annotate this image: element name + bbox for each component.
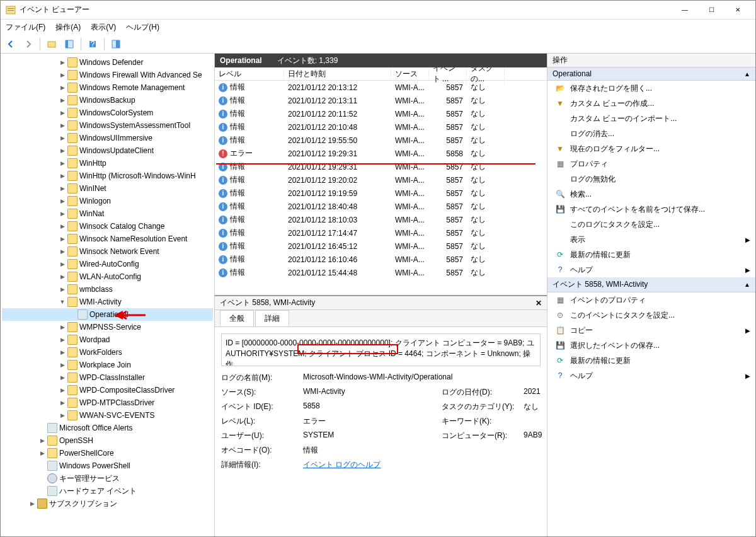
tree-item[interactable]: ▶WindowsColorSystem xyxy=(2,107,213,119)
chevron-icon[interactable]: ▶ xyxy=(57,286,67,292)
tree-item[interactable]: ▶Winsock NameResolution Event xyxy=(2,233,213,245)
tree-item[interactable]: ▶Windows Defender xyxy=(2,56,213,69)
action-item[interactable]: ▼カスタム ビューの作成... xyxy=(547,96,755,111)
menu-view[interactable]: 表示(V) xyxy=(91,22,116,33)
event-row[interactable]: i情報2021/01/12 16:45:12WMI-A...5857なし xyxy=(215,240,547,253)
action-item[interactable]: 🔍検索... xyxy=(547,187,755,202)
action-button[interactable] xyxy=(108,37,123,52)
action-item[interactable]: ?ヘルプ▶ xyxy=(547,262,755,277)
tree-item[interactable]: ▶WindowsUpdateClient xyxy=(2,144,213,157)
chevron-icon[interactable]: ▶ xyxy=(37,437,47,444)
chevron-icon[interactable]: ▶ xyxy=(57,337,67,343)
chevron-icon[interactable]: ▶ xyxy=(57,324,67,330)
event-row[interactable]: i情報2021/01/12 19:20:02WMI-A...5857なし xyxy=(215,173,547,187)
chevron-icon[interactable]: ▶ xyxy=(57,185,67,192)
event-row[interactable]: i情報2021/01/12 18:10:03WMI-A...5857なし xyxy=(215,213,547,226)
event-row[interactable]: i情報2021/01/12 20:13:11WMI-A...5857なし xyxy=(215,94,547,107)
tree-item[interactable]: ▶Windows Remote Management xyxy=(2,81,213,94)
chevron-icon[interactable]: ▶ xyxy=(57,211,67,217)
tree-item[interactable]: ▶WorkFolders xyxy=(2,346,213,359)
tab-detail[interactable]: 詳細 xyxy=(255,310,289,326)
event-row[interactable]: i情報2021/01/12 19:55:50WMI-A...5857なし xyxy=(215,134,547,147)
action-item[interactable]: ⟳最新の情報に更新 xyxy=(547,247,755,262)
action-item[interactable]: 💾すべてのイベントを名前をつけて保存... xyxy=(547,202,755,217)
tree-item[interactable]: ▶WMPNSS-Service xyxy=(2,321,213,333)
tree-item[interactable]: ▶WPD-ClassInstaller xyxy=(2,371,213,384)
event-row[interactable]: i情報2021/01/12 17:14:47WMI-A...5857なし xyxy=(215,226,547,240)
chevron-icon[interactable]: ▶ xyxy=(57,97,67,103)
action-item[interactable]: ?ヘルプ▶ xyxy=(547,368,755,383)
tree-item[interactable]: ▶OpenSSH xyxy=(2,434,213,447)
tree-item[interactable]: ▶Wired-AutoConfig xyxy=(2,258,213,270)
tree-item[interactable]: ハードウェア イベント xyxy=(2,485,213,497)
chevron-icon[interactable]: ▶ xyxy=(57,173,67,179)
event-log-help-link[interactable]: イベント ログのヘルプ xyxy=(303,460,381,469)
tree-item[interactable]: ▶WindowsSystemAssessmentTool xyxy=(2,119,213,132)
tree-item[interactable]: Windows PowerShell xyxy=(2,459,213,472)
tree-item[interactable]: ▶Workplace Join xyxy=(2,359,213,371)
tree-item[interactable]: ▶Winsock Network Event xyxy=(2,245,213,258)
chevron-icon[interactable]: ▶ xyxy=(57,374,67,381)
tree-item[interactable]: ▶WWAN-SVC-EVENTS xyxy=(2,409,213,422)
tree-item[interactable]: ▶WPD-CompositeClassDriver xyxy=(2,384,213,396)
chevron-icon[interactable]: ▶ xyxy=(57,198,67,204)
back-button[interactable] xyxy=(3,37,18,52)
tree-item[interactable]: Microsoft Office Alerts xyxy=(2,422,213,434)
chevron-icon[interactable]: ▶ xyxy=(57,147,67,154)
event-row[interactable]: i情報2021/01/12 15:44:48WMI-A...5857なし xyxy=(215,266,547,279)
action-item[interactable]: このログにタスクを設定... xyxy=(547,217,755,232)
tree-item[interactable]: ▶Wordpad xyxy=(2,333,213,346)
tree-pane[interactable]: ▶Windows Defender▶Windows Firewall With … xyxy=(1,54,215,536)
actions-group-log[interactable]: Operational▲ xyxy=(547,67,755,81)
tree-item[interactable]: ▶WinINet xyxy=(2,182,213,195)
help-button[interactable]: ? xyxy=(85,37,100,52)
chevron-icon[interactable]: ▶ xyxy=(57,236,67,242)
tree-item[interactable]: ▶WLAN-AutoConfig xyxy=(2,270,213,283)
event-row[interactable]: i情報2021/01/12 16:10:46WMI-A...5857なし xyxy=(215,253,547,266)
tree-item[interactable]: ▼WMI-Activity xyxy=(2,296,213,308)
menu-action[interactable]: 操作(A) xyxy=(55,22,81,33)
action-item[interactable]: ▦プロパティ xyxy=(547,156,755,171)
forward-button[interactable] xyxy=(21,37,36,52)
event-row[interactable]: i情報2021/01/12 20:10:48WMI-A...5857なし xyxy=(215,120,547,134)
event-row[interactable]: i情報2021/01/12 19:19:59WMI-A...5857なし xyxy=(215,187,547,200)
tree-item[interactable]: ▶Winsock Catalog Change xyxy=(2,220,213,233)
event-row[interactable]: i情報2021/01/12 18:40:48WMI-A...5857なし xyxy=(215,200,547,213)
menu-help[interactable]: ヘルプ(H) xyxy=(126,22,159,33)
action-item[interactable]: ログの消去... xyxy=(547,126,755,141)
show-pane-button[interactable] xyxy=(62,37,77,52)
action-item[interactable]: ⟳最新の情報に更新 xyxy=(547,353,755,368)
tree-item[interactable]: ▶WindowsUIImmersive xyxy=(2,132,213,144)
event-row[interactable]: !エラー2021/01/12 19:29:31WMI-A...5858なし xyxy=(215,147,547,160)
tree-item[interactable]: ▶サブスクリプション xyxy=(2,497,213,510)
action-item[interactable]: 表示▶ xyxy=(547,232,755,247)
tree-item[interactable]: ▶PowerShellCore xyxy=(2,447,213,459)
tree-item[interactable]: キー管理サービス xyxy=(2,472,213,485)
chevron-icon[interactable]: ▶ xyxy=(57,349,67,355)
chevron-icon[interactable]: ▶ xyxy=(57,400,67,406)
chevron-icon[interactable]: ▶ xyxy=(57,135,67,141)
tree-item[interactable]: ▶WindowsBackup xyxy=(2,94,213,107)
event-row[interactable]: i情報2021/01/12 20:11:52WMI-A...5857なし xyxy=(215,107,547,120)
chevron-icon[interactable]: ▶ xyxy=(57,72,67,78)
minimize-button[interactable]: — xyxy=(672,1,697,19)
tree-item[interactable]: ▶WPD-MTPClassDriver xyxy=(2,396,213,409)
tree-item[interactable]: ▶WinHttp xyxy=(2,157,213,170)
tree-item[interactable]: ▶Winlogon xyxy=(2,195,213,207)
chevron-icon[interactable]: ▶ xyxy=(57,261,67,267)
tree-item[interactable]: ▶WinHttp (Microsoft-Windows-WinH xyxy=(2,170,213,182)
chevron-icon[interactable]: ▶ xyxy=(57,59,67,66)
event-list[interactable]: レベル 日付と時刻 ソース イベント ... タスクの... i情報2021/0… xyxy=(215,67,547,296)
action-item[interactable]: 📂保存されたログを開く... xyxy=(547,81,755,96)
chevron-icon[interactable]: ▶ xyxy=(57,223,67,229)
action-item[interactable]: ▦イベントのプロパティ xyxy=(547,292,755,308)
detail-close-button[interactable]: ✕ xyxy=(536,299,542,308)
chevron-icon[interactable]: ▶ xyxy=(57,110,67,116)
tree-item[interactable]: ▶Windows Firewall With Advanced Se xyxy=(2,69,213,81)
column-headers[interactable]: レベル 日付と時刻 ソース イベント ... タスクの... xyxy=(215,67,547,81)
action-item[interactable]: ▼現在のログをフィルター... xyxy=(547,141,755,156)
tree-item[interactable]: ▶wmbclass xyxy=(2,283,213,296)
action-item[interactable]: ログの無効化 xyxy=(547,171,755,187)
chevron-icon[interactable]: ▶ xyxy=(57,84,67,91)
menu-file[interactable]: ファイル(F) xyxy=(6,22,45,33)
